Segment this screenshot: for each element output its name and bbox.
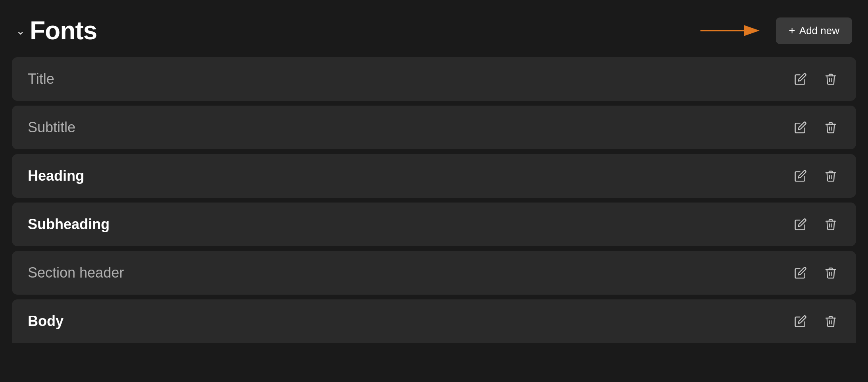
pencil-icon (794, 266, 807, 279)
pencil-icon (794, 218, 807, 231)
edit-button[interactable] (791, 215, 810, 234)
font-row: Subheading (12, 203, 856, 246)
trash-icon (824, 218, 837, 231)
trash-icon (824, 315, 837, 328)
font-actions (791, 69, 840, 89)
trash-icon (824, 266, 837, 279)
font-list: Title Subtitle Heading Sub (12, 57, 856, 343)
add-new-button[interactable]: + Add new (776, 17, 852, 44)
font-name-label: Heading (28, 168, 84, 184)
page-header: ⌄ Fonts + Add new (12, 8, 856, 57)
edit-button[interactable] (791, 263, 810, 282)
pencil-icon (794, 121, 807, 134)
arrow-icon (700, 23, 764, 39)
plus-icon: + (789, 25, 795, 36)
edit-button[interactable] (791, 118, 810, 137)
arrow-annotation (700, 23, 764, 39)
font-row: Section header (12, 251, 856, 295)
header-left: ⌄ Fonts (16, 16, 97, 45)
font-name-label: Subtitle (28, 119, 75, 136)
delete-button[interactable] (821, 69, 840, 89)
font-actions (791, 166, 840, 185)
delete-button[interactable] (821, 263, 840, 282)
font-actions (791, 312, 840, 331)
header-right: + Add new (700, 17, 852, 44)
font-row: Title (12, 57, 856, 101)
edit-button[interactable] (791, 69, 810, 89)
pencil-icon (794, 315, 807, 328)
delete-button[interactable] (821, 312, 840, 331)
chevron-down-icon[interactable]: ⌄ (16, 24, 25, 37)
page-title: Fonts (30, 16, 97, 45)
edit-button[interactable] (791, 312, 810, 331)
delete-button[interactable] (821, 215, 840, 234)
font-row: Heading (12, 154, 856, 198)
font-actions (791, 263, 840, 282)
pencil-icon (794, 73, 807, 85)
delete-button[interactable] (821, 118, 840, 137)
trash-icon (824, 170, 837, 182)
font-name-label: Title (28, 71, 54, 87)
font-name-label: Body (28, 313, 64, 330)
trash-icon (824, 121, 837, 134)
font-row: Subtitle (12, 106, 856, 149)
font-actions (791, 118, 840, 137)
font-actions (791, 215, 840, 234)
add-new-label: Add new (799, 25, 839, 37)
edit-button[interactable] (791, 166, 810, 185)
font-name-label: Section header (28, 264, 124, 281)
delete-button[interactable] (821, 166, 840, 185)
trash-icon (824, 73, 837, 85)
font-row: Body (12, 299, 856, 343)
font-name-label: Subheading (28, 216, 110, 233)
pencil-icon (794, 170, 807, 182)
